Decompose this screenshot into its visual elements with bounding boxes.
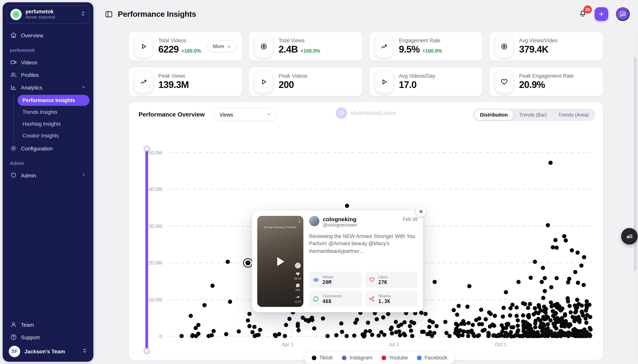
scatter-point[interactable] <box>553 238 558 242</box>
scatter-point[interactable] <box>427 325 431 329</box>
scatter-point[interactable] <box>287 316 291 321</box>
scatter-point[interactable] <box>559 318 563 322</box>
scatter-point[interactable] <box>504 331 508 335</box>
scatter-point[interactable] <box>394 320 398 324</box>
scatter-point[interactable] <box>283 334 287 338</box>
scatter-point[interactable] <box>250 330 255 334</box>
scatter-point[interactable] <box>206 334 211 338</box>
scatter-point[interactable] <box>252 325 256 329</box>
scatter-point[interactable] <box>526 306 530 310</box>
scatter-point[interactable] <box>575 250 579 254</box>
scatter-point[interactable] <box>521 313 525 318</box>
close-button[interactable] <box>416 206 426 217</box>
scatter-point[interactable] <box>502 306 506 310</box>
scatter-point[interactable] <box>567 277 571 281</box>
scatter-point[interactable] <box>528 276 533 280</box>
sidebar-toggle-icon[interactable] <box>105 10 113 18</box>
scatter-point[interactable] <box>296 328 300 332</box>
scatter-point[interactable] <box>536 303 541 307</box>
scatter-point[interactable] <box>516 318 520 322</box>
y-range-slider[interactable] <box>144 146 150 354</box>
tab-distribution[interactable]: Distribution <box>475 110 513 120</box>
scatter-point[interactable] <box>543 276 547 280</box>
scatter-point[interactable] <box>443 320 447 324</box>
play-overlay-icon[interactable] <box>277 257 284 266</box>
sidebar-item-analytics[interactable]: Analytics <box>7 81 90 94</box>
scatter-point[interactable] <box>501 315 505 319</box>
scatter-point[interactable] <box>546 223 550 228</box>
scatter-point[interactable] <box>467 284 471 288</box>
scatter-point[interactable] <box>460 333 464 337</box>
scatter-point[interactable] <box>462 322 466 326</box>
scatter-point[interactable] <box>549 285 553 289</box>
scatter-point[interactable] <box>228 300 232 304</box>
scatter-point[interactable] <box>554 276 558 280</box>
scatter-point[interactable] <box>531 334 535 338</box>
notifications-button[interactable]: 20 <box>578 9 587 19</box>
scatter-point[interactable] <box>432 331 437 335</box>
scatter-point[interactable] <box>431 320 435 324</box>
scatter-point[interactable] <box>433 280 437 284</box>
scatter-point[interactable] <box>352 334 356 338</box>
scatter-point[interactable] <box>379 330 383 334</box>
scatter-point[interactable] <box>476 334 480 338</box>
tab-trends-bar[interactable]: Trends (Bar) <box>514 110 552 120</box>
scatter-point[interactable] <box>541 322 545 326</box>
sidebar-item-videos[interactable]: Videos <box>7 56 90 68</box>
scatter-point[interactable] <box>479 308 483 312</box>
scatter-point[interactable] <box>574 304 578 308</box>
scatter-point[interactable] <box>527 313 531 317</box>
scatter-point[interactable] <box>457 304 461 308</box>
scatter-point[interactable] <box>504 290 508 294</box>
scatter-point[interactable] <box>339 321 344 326</box>
scatter-point[interactable] <box>370 333 374 337</box>
scatter-point[interactable] <box>588 326 592 330</box>
scatter-point[interactable] <box>576 280 580 284</box>
scatter-point[interactable] <box>467 321 471 325</box>
scatter-point[interactable] <box>563 238 568 242</box>
scatter-point[interactable] <box>375 317 379 321</box>
scatter-point[interactable] <box>554 311 558 315</box>
scatter-point[interactable] <box>256 333 261 337</box>
scatter-point[interactable] <box>454 322 458 326</box>
scatter-point[interactable] <box>435 324 439 328</box>
scatter-point[interactable] <box>582 255 586 259</box>
scatter-point[interactable] <box>273 334 278 338</box>
scatter-point[interactable] <box>581 283 586 287</box>
scatter-point[interactable] <box>570 248 574 252</box>
scatter-point[interactable] <box>188 314 193 318</box>
scatter-point[interactable] <box>562 234 566 238</box>
scatter-point[interactable] <box>533 325 538 330</box>
scatter-point[interactable] <box>555 246 559 250</box>
scatter-point[interactable] <box>533 260 537 264</box>
sidebar-item-overview[interactable]: Overview <box>7 29 90 42</box>
scatter-point[interactable] <box>488 324 492 328</box>
scatter-point[interactable] <box>516 280 520 284</box>
scatter-point[interactable] <box>532 312 536 316</box>
scatter-point[interactable] <box>394 330 398 334</box>
scatter-point[interactable] <box>306 319 310 323</box>
scatter-point[interactable] <box>584 316 588 320</box>
sidebar-item-admin[interactable]: Admin <box>7 169 90 182</box>
scatter-point[interactable] <box>551 245 555 250</box>
scatter-point[interactable] <box>340 330 344 334</box>
scatter-point[interactable] <box>190 334 194 338</box>
legend-item-instagram[interactable]: Instagram <box>342 355 372 360</box>
scatter-point[interactable] <box>484 317 488 321</box>
sidebar-item-support[interactable]: Support <box>7 331 90 344</box>
scatter-point[interactable] <box>368 329 372 333</box>
scatter-point[interactable] <box>575 298 579 302</box>
scatter-point[interactable] <box>345 204 349 208</box>
scatter-point[interactable] <box>312 326 316 331</box>
scatter-point[interactable] <box>390 325 394 330</box>
scatter-point[interactable] <box>253 334 257 338</box>
scatter-point[interactable] <box>362 332 366 336</box>
scatter-point[interactable] <box>533 306 537 310</box>
scatter-point[interactable] <box>508 313 512 317</box>
scatter-point[interactable] <box>179 334 184 338</box>
scatter-point[interactable] <box>511 325 515 330</box>
scatter-point[interactable] <box>193 326 198 330</box>
scatter-point[interactable] <box>492 324 496 328</box>
scatter-point[interactable] <box>523 302 527 306</box>
scatter-point[interactable] <box>408 324 412 328</box>
